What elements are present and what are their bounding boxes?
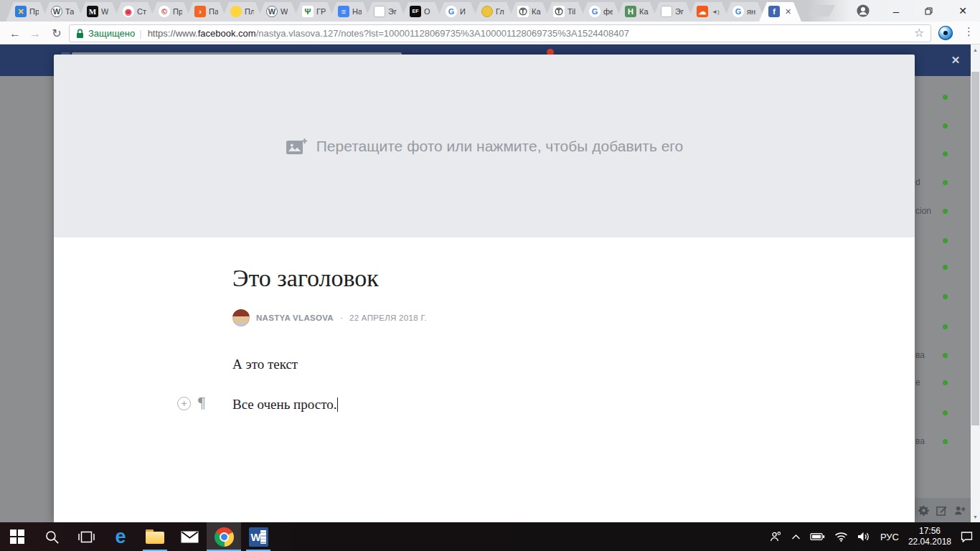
tab-favicon: M: [87, 6, 98, 17]
taskbar-explorer-button[interactable]: [138, 522, 172, 551]
online-status-dot: [943, 209, 948, 214]
tab-title: ян: [747, 7, 755, 16]
note-paragraph[interactable]: Все очень просто.: [232, 397, 338, 413]
action-center-icon[interactable]: [961, 531, 973, 542]
tray-chevron-icon[interactable]: [791, 534, 801, 540]
tab-favicon: [230, 6, 242, 17]
extension-icon[interactable]: [938, 26, 953, 40]
browser-tab[interactable]: ΨГР: [293, 1, 335, 22]
scrollbar-thumb[interactable]: [971, 72, 979, 425]
tab-title: Эг: [388, 7, 397, 16]
photo-drop-zone[interactable]: Перетащите фото или нажмите, чтобы добав…: [54, 55, 915, 237]
paragraph-style-button[interactable]: ¶: [198, 393, 205, 412]
tab-favicon: G: [446, 6, 457, 17]
browser-tab[interactable]: WW: [257, 1, 299, 22]
window-restore-button[interactable]: [918, 0, 939, 22]
wifi-icon[interactable]: [834, 532, 848, 542]
note-paragraph-text: Все очень просто.: [232, 397, 336, 412]
word-icon: W: [249, 527, 268, 547]
browser-tab[interactable]: GИ: [436, 1, 479, 22]
note-title[interactable]: Это заголовок: [232, 265, 379, 292]
browser-profile-icon[interactable]: [852, 0, 874, 22]
taskbar-word-button[interactable]: W: [241, 522, 275, 551]
browser-tab[interactable]: ◉Ст: [113, 1, 156, 22]
tab-favicon: ☁: [697, 6, 708, 17]
browser-tab[interactable]: ›Па: [185, 1, 227, 22]
online-status-dot: [943, 324, 948, 329]
note-composer-modal: Перетащите фото или нажмите, чтобы добав…: [54, 55, 915, 522]
browser-tab[interactable]: Gян: [723, 1, 765, 22]
forward-button[interactable]: →: [26, 24, 44, 42]
tab-title: Гл: [496, 7, 504, 16]
address-bar[interactable]: Защищено | https://www.facebook.com/nast…: [69, 24, 931, 42]
browser-tab[interactable]: EFО: [400, 1, 443, 22]
browser-tab[interactable]: Gфе: [580, 1, 622, 22]
taskbar-search-button[interactable]: [34, 522, 69, 551]
bookmark-star-icon[interactable]: ☆: [914, 26, 924, 39]
drop-zone-label: Перетащите фото или нажмите, чтобы добав…: [316, 138, 684, 155]
window-close-button[interactable]: ✕: [952, 0, 974, 22]
search-icon: [44, 529, 60, 545]
tab-favicon: [661, 6, 672, 17]
browser-tab[interactable]: ©Пр: [149, 1, 192, 22]
omnibox-separator: |: [139, 28, 141, 39]
taskbar-mail-button[interactable]: [172, 522, 207, 551]
browser-tab[interactable]: MW: [77, 1, 120, 22]
tab-favicon: [374, 6, 385, 17]
page-scrollbar[interactable]: ▲ ▼: [971, 44, 980, 522]
tab-close-icon[interactable]: ✕: [785, 7, 791, 17]
reload-button[interactable]: ↻: [47, 24, 66, 42]
clock-time: 17:56: [908, 526, 951, 537]
browser-tab[interactable]: ✕Пр: [6, 1, 48, 22]
browser-tab[interactable]: Гл: [472, 1, 514, 22]
online-status-dot: [943, 180, 948, 185]
new-message-icon: [936, 505, 947, 516]
author-avatar[interactable]: [232, 309, 250, 326]
taskbar-edge-button[interactable]: e: [103, 522, 138, 551]
tab-audio-icon[interactable]: ◄): [712, 9, 720, 15]
taskbar-items: eW: [0, 522, 275, 551]
language-indicator[interactable]: РУС: [880, 532, 899, 542]
tab-title: W: [281, 7, 288, 16]
browser-tab[interactable]: Эг: [651, 1, 694, 22]
browser-tab[interactable]: ⓉКа: [508, 1, 550, 22]
online-status-dot: [943, 410, 948, 415]
tab-title: Ка: [639, 7, 649, 16]
tab-title: И: [460, 7, 466, 16]
browser-tab[interactable]: Пл: [221, 1, 263, 22]
battery-icon[interactable]: [810, 532, 825, 541]
browser-tab[interactable]: HКа: [616, 1, 658, 22]
browser-tab[interactable]: Эг: [364, 1, 407, 22]
lock-icon: [76, 29, 84, 39]
clock[interactable]: 17:56 22.04.2018: [908, 526, 951, 547]
tab-facebook-active[interactable]: f✕: [759, 1, 801, 22]
speaker-icon[interactable]: [857, 532, 871, 542]
taskbar-start-button[interactable]: [0, 522, 34, 551]
browser-tab[interactable]: ⓉTil: [544, 1, 586, 22]
text-cursor: [337, 397, 338, 412]
scroll-down-arrow[interactable]: ▼: [971, 512, 980, 522]
browser-tab[interactable]: ☁◄): [687, 1, 730, 22]
browser-menu-icon[interactable]: ⋮: [963, 25, 974, 38]
insert-content-button[interactable]: +: [177, 397, 191, 410]
note-paragraph[interactable]: А это текст: [232, 357, 298, 372]
byline-separator: ·: [340, 313, 343, 323]
windows-logo-icon: [10, 529, 24, 544]
window-minimize-button[interactable]: –: [885, 0, 907, 22]
author-name[interactable]: NASTYA VLASOVA: [256, 314, 334, 322]
people-icon[interactable]: [770, 531, 782, 542]
taskbar-taskview-button[interactable]: [69, 522, 103, 551]
back-button[interactable]: ←: [6, 24, 24, 42]
browser-tab[interactable]: ≡На: [329, 1, 371, 22]
scroll-up-arrow[interactable]: ▲: [971, 44, 980, 55]
tab-title: W: [101, 7, 108, 16]
new-tab-button[interactable]: [809, 5, 836, 17]
system-tray: РУС 17:56 22.04.2018: [770, 522, 980, 551]
overlay-close-button[interactable]: ✕: [948, 53, 963, 67]
tab-title: ГР: [316, 7, 326, 16]
online-status-dot: [943, 439, 948, 444]
browser-tab[interactable]: WТа: [42, 1, 84, 22]
tab-favicon: ◉: [123, 6, 134, 17]
tab-title: Пл: [245, 7, 254, 16]
taskbar-chrome-button[interactable]: [207, 522, 241, 551]
